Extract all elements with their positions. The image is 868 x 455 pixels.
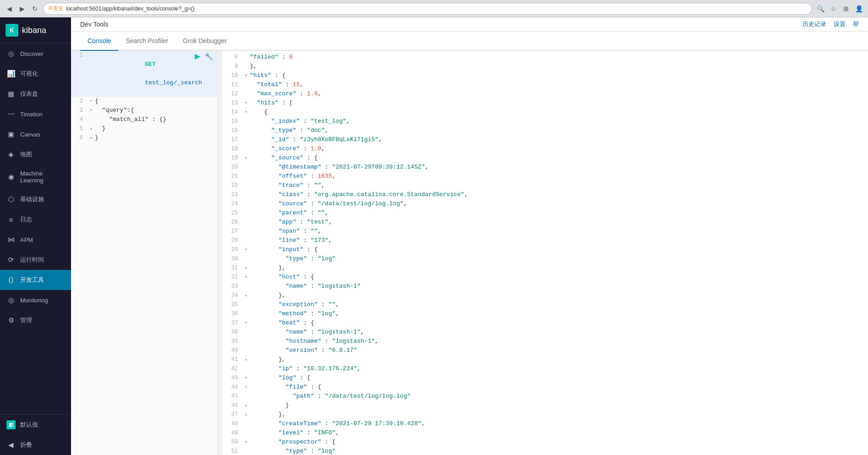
result-code: "_type" : "doc", (250, 126, 864, 135)
address-bar[interactable]: 不安全 localhost:5601/app/kibana#/dev_tools… (43, 3, 812, 15)
sidebar-item-monitoring[interactable]: ◎ Monitoring (0, 290, 71, 310)
sidebar-item-visualize[interactable]: 📊 可视化 (0, 64, 71, 84)
person-icon[interactable]: 👤 (854, 4, 863, 13)
editor-content[interactable]: 1 GET test_log/_search ▶ 🔧 (71, 51, 217, 455)
tab-grok-debugger[interactable]: Grok Debugger (176, 32, 234, 51)
result-line-number: 26 (226, 218, 242, 227)
editor-line-2[interactable]: 2 ▾ { (71, 97, 217, 106)
editor-line-6[interactable]: 6 ▴ } (71, 133, 217, 143)
result-code: "version" : "6.8.17" (250, 346, 864, 355)
result-line: 38 "name" : "logstash-1", (222, 328, 868, 337)
reload-button[interactable]: ↻ (30, 4, 39, 13)
result-line-number: 31 (226, 263, 242, 273)
extensions-icon[interactable]: ⊞ (841, 4, 851, 13)
result-code: "offset" : 1635, (250, 172, 864, 181)
sidebar-item-ml[interactable]: ◉ Machine Learning (0, 164, 71, 189)
result-code: "exception" : "", (250, 300, 864, 309)
sidebar: K kibana ◎ Discover 📊 可视化 ▦ 仪表盘 〰 Timeli… (0, 17, 71, 455)
result-line-number: 23 (226, 190, 242, 199)
result-line-number: 35 (226, 300, 242, 309)
editor-line-4[interactable]: 4 "match_all" : {} (71, 115, 217, 124)
tab-console[interactable]: Console (80, 32, 118, 51)
back-button[interactable]: ◀ (5, 4, 14, 13)
sidebar-item-dashboard[interactable]: ▦ 仪表盘 (0, 84, 71, 104)
result-code: "failed" : 0 (250, 53, 864, 62)
result-line: 46▴ } (222, 401, 868, 410)
result-code: "name" : "logstash-1", (250, 328, 864, 337)
result-line-number: 14 (226, 108, 242, 117)
line-code-5: } (95, 124, 217, 133)
sidebar-item-collapse[interactable]: ◀ 折叠 (0, 435, 71, 455)
editor-line-3[interactable]: 3 ▾ "query":{ (71, 106, 217, 115)
sidebar-item-management[interactable]: ⚙ 管理 (0, 310, 71, 330)
result-gutter: ▴ (242, 263, 250, 273)
star-icon[interactable]: ☆ (829, 4, 838, 13)
tabs-bar: Console Search Profiler Grok Debugger (71, 32, 868, 51)
top-bar: Dev Tools 历史记录 设置 帮 (71, 17, 868, 32)
result-line: 47▴ }, (222, 410, 868, 419)
result-line-number: 13 (226, 99, 242, 108)
result-line-number: 39 (226, 337, 242, 346)
line-num-1: 1 (71, 51, 88, 60)
result-line: 27 "span" : "", (222, 227, 868, 236)
result-code: "line" : "173", (250, 236, 864, 245)
editor-line-1[interactable]: 1 GET test_log/_search ▶ 🔧 (71, 51, 217, 97)
sidebar-label-logs: 日志 (20, 215, 32, 224)
panel-divider[interactable]: ⋮ (218, 51, 222, 455)
sidebar-item-apm[interactable]: ⋈ APM (0, 230, 71, 250)
editor-area: 1 GET test_log/_search ▶ 🔧 (71, 51, 868, 455)
result-gutter: ▾ (242, 383, 250, 392)
discover-icon: ◎ (6, 49, 16, 58)
settings-button[interactable]: 设置 (834, 20, 846, 28)
result-line-number: 42 (226, 364, 242, 373)
help-button[interactable]: 帮 (853, 20, 859, 28)
sidebar-label-maps: 地图 (20, 150, 32, 159)
result-line: 25 "parent" : "", (222, 208, 868, 218)
run-button[interactable]: ▶ (194, 51, 201, 61)
editor-line-5[interactable]: 5 ▴ } (71, 124, 217, 133)
uptime-icon: ⟳ (6, 255, 16, 264)
sidebar-label-canvas: Canvas (20, 131, 40, 138)
sidebar-item-uptime[interactable]: ⟳ 运行时间 (0, 250, 71, 270)
sidebar-label-visualize: 可视化 (20, 70, 38, 78)
result-code: "source" : "/data/test/log/log.log", (250, 199, 864, 208)
result-line-number: 15 (226, 117, 242, 126)
result-line: 41▴ }, (222, 355, 868, 364)
sidebar-item-timelion[interactable]: 〰 Timelion (0, 104, 71, 124)
result-line: 30 "type" : "log" (222, 254, 868, 263)
sidebar-item-discover[interactable]: ◎ Discover (0, 44, 71, 64)
infrastructure-icon: ⬡ (6, 195, 16, 204)
results-panel[interactable]: 8"failed" : 09},10▾"hits" : {11 "total" … (222, 51, 868, 455)
sidebar-item-infrastructure[interactable]: ⬡ 基础设施 (0, 189, 71, 209)
tab-search-profiler[interactable]: Search Profiler (118, 32, 176, 51)
security-warning: 不安全 (48, 5, 63, 12)
result-code: "_id" : "z3yh8XoBFBqLxKl71gi5", (250, 135, 864, 144)
result-line-number: 24 (226, 199, 242, 208)
sidebar-item-maps[interactable]: ◈ 地图 (0, 144, 71, 164)
result-line-number: 43 (226, 373, 242, 383)
result-code: "beat" : { (250, 318, 864, 328)
result-gutter: ▾ (242, 153, 250, 163)
sidebar-logo[interactable]: K kibana (0, 17, 71, 44)
wrench-button[interactable]: 🔧 (204, 51, 214, 61)
history-button[interactable]: 历史记录 (802, 20, 826, 28)
browser-actions: 🔍 ☆ ⊞ 👤 (816, 4, 863, 13)
result-line-number: 47 (226, 410, 242, 419)
result-line-number: 29 (226, 245, 242, 254)
sidebar-item-logs[interactable]: ≡ 日志 (0, 209, 71, 230)
result-line-number: 8 (226, 53, 242, 62)
result-line-number: 9 (226, 62, 242, 71)
timelion-icon: 〰 (6, 110, 16, 119)
forward-button[interactable]: ▶ (17, 4, 27, 13)
result-line-number: 12 (226, 89, 242, 99)
sidebar-item-canvas[interactable]: ▣ Canvas (0, 124, 71, 144)
sidebar-item-default[interactable]: 默 默认值 (0, 415, 71, 435)
line-gutter-2: ▾ (88, 97, 95, 106)
result-line: 13▾ "hits" : [ (222, 99, 868, 108)
zoom-icon[interactable]: 🔍 (816, 4, 825, 13)
line-code-4: "match_all" : {} (95, 115, 217, 124)
sidebar-item-devtools[interactable]: ⟨⟩ 开发工具 (0, 270, 71, 290)
kibana-logo-text: kibana (22, 26, 46, 35)
page-title: Dev Tools (80, 21, 108, 28)
result-line-number: 50 (226, 438, 242, 447)
